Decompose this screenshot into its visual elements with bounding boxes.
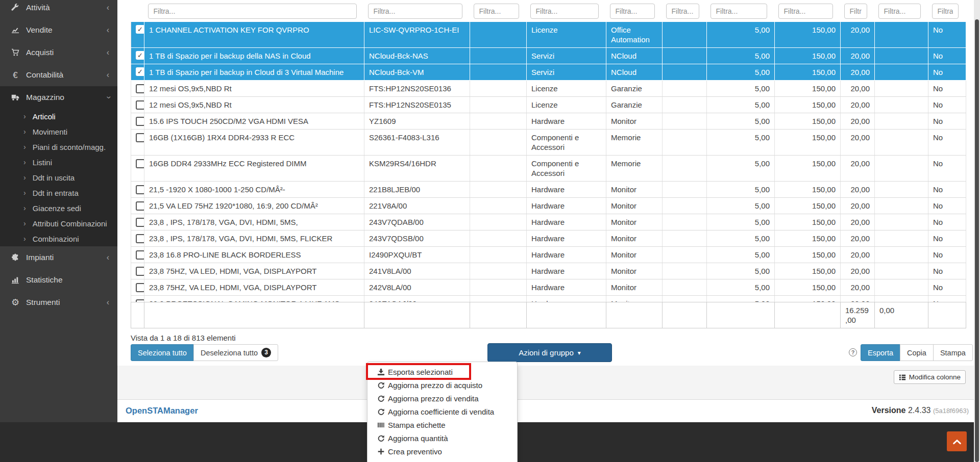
sidebar-subitem-giacenze-sedi[interactable]: ›Giacenze sedi: [0, 200, 117, 216]
row-select-cell[interactable]: [131, 97, 144, 113]
table-row[interactable]: 15.6 IPS TOUCH 250CD/M2 VGA HDMI VESAYZ1…: [131, 113, 966, 130]
row-select-cell[interactable]: [131, 296, 144, 302]
row-select-cell[interactable]: ✓: [131, 64, 144, 81]
checkbox-unchecked-icon[interactable]: [136, 84, 144, 93]
group-action-aggiorna-prezzo-di-vendita[interactable]: Aggiorna prezzo di vendita: [368, 392, 517, 405]
sidebar-subitem-ddt-in-uscita[interactable]: ›Ddt in uscita: [0, 170, 117, 185]
checkbox-checked-icon[interactable]: ✓: [136, 51, 144, 60]
checkbox-unchecked-icon[interactable]: [136, 185, 144, 194]
sidebar-subitem-listini[interactable]: ›Listini: [0, 155, 117, 170]
table-row[interactable]: 12 mesi OS,9x5,NBD RtFTS:HP12NS20SE0136L…: [131, 81, 966, 97]
column-filter-input-9[interactable]: [844, 4, 867, 19]
checkbox-unchecked-icon[interactable]: [136, 117, 144, 126]
sidebar-subitem-piani-di-sconto-magg[interactable]: ›Piani di sconto/magg.: [0, 139, 117, 155]
checkbox-unchecked-icon[interactable]: [136, 218, 144, 227]
scrollbar-thumb[interactable]: [975, 19, 979, 462]
checkbox-checked-icon[interactable]: ✓: [136, 25, 144, 34]
group-action-stampa-etichette[interactable]: Stampa etichette: [368, 418, 517, 431]
group-action-aggiorna-quantit[interactable]: Aggiorna quantità: [368, 431, 517, 445]
scroll-to-top-button[interactable]: [947, 431, 967, 451]
deselect-all-button[interactable]: Deseleziona tutto 3: [193, 344, 278, 361]
column-filter-input-2[interactable]: [368, 4, 462, 19]
row-select-cell[interactable]: [131, 214, 144, 230]
help-icon[interactable]: ?: [849, 348, 857, 356]
table-row[interactable]: 23,8 16.8 PRO-LINE BLACK BORDERLESSI2490…: [131, 247, 966, 263]
column-filter-input-6[interactable]: [666, 4, 699, 19]
checkbox-unchecked-icon[interactable]: [136, 234, 144, 243]
row-select-cell[interactable]: [131, 156, 144, 182]
table-row[interactable]: 23.8 PROFESSIONAL GAMING MONITOR 144HZ 1…: [131, 296, 966, 302]
sidebar-subitem-ddt-in-entrata[interactable]: ›Ddt in entrata: [0, 185, 117, 200]
row-select-cell[interactable]: [131, 113, 144, 130]
table-cell: 150,00: [775, 64, 841, 81]
column-filter-input-5[interactable]: [610, 4, 655, 19]
sidebar-item-impianti[interactable]: Impianti‹: [0, 246, 117, 269]
checkbox-unchecked-icon[interactable]: [136, 267, 144, 276]
checkbox-checked-icon[interactable]: ✓: [136, 67, 144, 76]
sidebar-subitem-combinazioni[interactable]: ›Combinazioni: [0, 231, 117, 246]
group-action-aggiorna-coefficiente-di-vendita[interactable]: Aggiorna coefficiente di vendita: [368, 405, 517, 418]
column-filter-input-4[interactable]: [530, 4, 599, 19]
column-filter-input-8[interactable]: [778, 4, 833, 19]
sidebar-item-attivit[interactable]: Attività‹: [0, 0, 117, 19]
select-all-button[interactable]: Seleziona tutto: [131, 344, 194, 361]
brand-link[interactable]: OpenSTAManager: [126, 406, 198, 416]
row-select-cell[interactable]: [131, 247, 144, 263]
sidebar-subitem-attributi-combinazioni[interactable]: ›Attributi Combinazioni: [0, 216, 117, 231]
table-row[interactable]: 23,8 , IPS, 178/178, VGA, DVI, HDMI, 5MS…: [131, 230, 966, 247]
checkbox-unchecked-icon[interactable]: [136, 100, 144, 110]
table-row[interactable]: 21,5 -1920 X 1080-1000 1-250 CD/MÂ²-221B…: [131, 182, 966, 198]
table-row[interactable]: ✓1 TB di Spazio per il backup in Cloud d…: [131, 64, 966, 81]
edit-columns-button[interactable]: Modifica colonne: [894, 370, 966, 384]
table-row[interactable]: 16GB (1X16GB) 1RX4 DDR4-2933 R ECCS26361…: [131, 130, 966, 156]
table-row[interactable]: 23,8 75HZ, VA LED, HDMI, VGA, DISPLAYPOR…: [131, 263, 966, 279]
sidebar-subitem-articoli[interactable]: ›Articoli: [0, 109, 117, 124]
sidebar-subitem-movimenti[interactable]: ›Movimenti: [0, 124, 117, 139]
table-row[interactable]: 16GB DDR4 2933MHz ECC Registered DIMMKSM…: [131, 156, 966, 182]
sidebar-item-contabilit[interactable]: €Contabilità‹: [0, 64, 117, 86]
table-row[interactable]: 23,8 , IPS, 178/178, VGA, DVI, HDMI, 5MS…: [131, 214, 966, 230]
group-action-esporta-selezionati[interactable]: Esporta selezionati: [368, 365, 517, 378]
sidebar-item-acquisti[interactable]: Acquisti‹: [0, 41, 117, 64]
print-button[interactable]: Stampa: [933, 344, 973, 361]
checkbox-unchecked-icon[interactable]: [136, 159, 144, 168]
column-filter-input-7[interactable]: [710, 4, 767, 19]
page-scrollbar[interactable]: [974, 0, 980, 462]
row-select-cell[interactable]: [131, 130, 144, 156]
table-row[interactable]: 21,5 VA LED 75HZ 1920*1080, 16:9, 200 CD…: [131, 198, 966, 214]
checkbox-unchecked-icon[interactable]: [136, 201, 144, 211]
row-select-cell[interactable]: [131, 182, 144, 198]
sidebar-item-statistiche[interactable]: Statistiche: [0, 269, 117, 291]
row-select-cell[interactable]: ✓: [131, 48, 144, 64]
row-select-cell[interactable]: [131, 263, 144, 279]
row-select-cell[interactable]: [131, 279, 144, 296]
table-row[interactable]: 23,8 75HZ, VA LED, HDMI, VGA, DISPLAYPOR…: [131, 279, 966, 296]
group-action-aggiorna-prezzo-di-acquisto[interactable]: Aggiorna prezzo di acquisto: [368, 378, 517, 392]
row-select-cell[interactable]: [131, 198, 144, 214]
export-button[interactable]: Esporta: [861, 344, 900, 361]
cart-icon: [11, 48, 19, 57]
table-row[interactable]: 12 mesi OS,9x5,NBD RtFTS:HP12NS20SE0135L…: [131, 97, 966, 113]
row-select-cell[interactable]: ✓: [131, 22, 144, 48]
table-cell: [663, 81, 707, 97]
row-select-cell[interactable]: [131, 81, 144, 97]
checkbox-unchecked-icon[interactable]: [136, 133, 144, 142]
sidebar-item-vendite[interactable]: Vendite‹: [0, 19, 117, 41]
articles-table-scroll-area[interactable]: ✓1 CHANNEL ACTIVATION KEY FOR QVRPROLIC-…: [131, 0, 966, 302]
table-row[interactable]: ✓1 TB di Spazio per il backup della NAS …: [131, 48, 966, 64]
column-filter-input-10[interactable]: [878, 4, 921, 19]
column-filter-input-11[interactable]: [932, 4, 959, 19]
sidebar-subitem-label: Attributi Combinazioni: [33, 219, 107, 228]
sidebar-item-strumenti[interactable]: ⚙Strumenti‹: [0, 291, 117, 314]
table-cell: Monitor: [606, 214, 663, 230]
checkbox-unchecked-icon[interactable]: [136, 250, 144, 260]
table-row[interactable]: ✓1 CHANNEL ACTIVATION KEY FOR QVRPROLIC-…: [131, 22, 966, 48]
group-actions-button[interactable]: Azioni di gruppo ▾: [487, 343, 612, 362]
checkbox-unchecked-icon[interactable]: [136, 283, 144, 292]
copy-button[interactable]: Copia: [900, 344, 934, 361]
group-action-crea-preventivo[interactable]: Crea preventivo: [368, 445, 517, 458]
column-filter-input-3[interactable]: [474, 4, 519, 19]
row-select-cell[interactable]: [131, 230, 144, 247]
column-filter-input-1[interactable]: [148, 4, 357, 19]
sidebar-item-magazzino[interactable]: Magazzino‹: [0, 86, 117, 109]
